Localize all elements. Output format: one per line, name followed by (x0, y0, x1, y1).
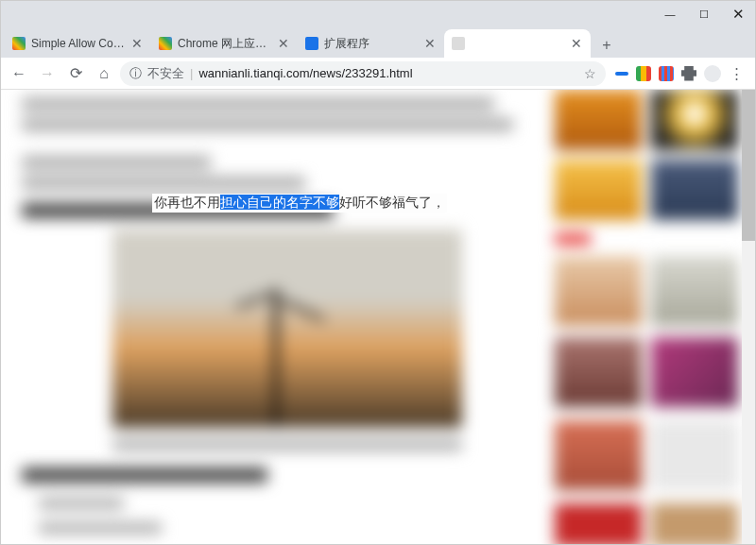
forward-button[interactable]: → (35, 61, 60, 86)
sidebar-section-label (555, 233, 591, 245)
tab-close-icon[interactable]: ✕ (130, 37, 144, 50)
sidebar-thumbnail[interactable] (555, 420, 642, 490)
sidebar-thumbnail[interactable] (555, 503, 642, 544)
page-content: 你再也不用担心自己的名字不够好听不够福气了， (1, 90, 755, 544)
security-label: 不安全 (147, 65, 184, 82)
maximize-button[interactable]: ☐ (687, 1, 721, 27)
tab-title: Simple Allow Copy - Chrome (31, 37, 125, 50)
sidebar-thumbnail[interactable] (555, 90, 642, 150)
sidebar-thumbnail[interactable] (651, 337, 738, 407)
blurred-text-line (39, 498, 124, 509)
sidebar-thumbnail[interactable] (651, 160, 738, 220)
extension-icon[interactable] (636, 66, 651, 81)
extension-icon[interactable] (615, 72, 628, 76)
sidebar-thumbnail[interactable] (555, 337, 642, 407)
window-controls: — ☐ ✕ (653, 1, 755, 27)
info-icon[interactable]: ⓘ (129, 65, 142, 82)
address-bar[interactable]: ⓘ 不安全 | wannianli.tianqi.com/news/233291… (120, 61, 606, 86)
tab-close-icon[interactable]: ✕ (277, 37, 290, 50)
reload-button[interactable]: ⟳ (63, 61, 88, 86)
sidebar-thumbnail[interactable] (651, 90, 738, 150)
article-image (112, 230, 462, 428)
chrome-menu-icon[interactable]: ⋮ (729, 66, 744, 81)
scrollbar-thumb[interactable] (742, 90, 755, 241)
extensions-menu-icon[interactable] (681, 66, 696, 81)
minimize-button[interactable]: — (653, 1, 687, 27)
text-before-selection: 你再也不用 (154, 195, 220, 210)
close-button[interactable]: ✕ (721, 1, 755, 27)
tree-silhouette (273, 289, 279, 428)
url-text: wannianli.tianqi.com/news/233291.html (198, 66, 578, 80)
favicon-icon (305, 37, 318, 50)
tab-title: Chrome 网上应用店 - 扩展程序 (178, 36, 271, 52)
blurred-text-line (39, 522, 162, 534)
sidebar-thumbnail[interactable] (555, 256, 642, 326)
toolbar: ← → ⟳ ⌂ ⓘ 不安全 | wannianli.tianqi.com/new… (1, 58, 755, 90)
bookmark-star-icon[interactable]: ☆ (584, 66, 596, 81)
divider: | (190, 66, 193, 80)
favicon-icon (159, 37, 172, 50)
tab-chrome-webstore[interactable]: Chrome 网上应用店 - 扩展程序 ✕ (151, 29, 298, 58)
article-text-line[interactable]: 你再也不用担心自己的名字不够好听不够福气了， (152, 194, 447, 213)
text-after-selection: 好听不够福气了， (339, 195, 445, 210)
tab-simple-allow-copy[interactable]: Simple Allow Copy - Chrome ✕ (5, 29, 151, 58)
blurred-heading (22, 468, 267, 483)
blurred-background (1, 90, 755, 544)
tab-close-icon[interactable]: ✕ (423, 37, 437, 50)
tab-strip: Simple Allow Copy - Chrome ✕ Chrome 网上应用… (1, 27, 755, 58)
back-button[interactable]: ← (7, 61, 31, 86)
blurred-text-line (22, 177, 305, 190)
sidebar-thumbnail[interactable] (555, 160, 642, 220)
blurred-caption (112, 439, 462, 451)
new-tab-button[interactable]: + (594, 33, 619, 58)
blurred-text-line (22, 156, 211, 169)
scrollbar-track[interactable] (742, 90, 755, 544)
blurred-text-line (22, 118, 513, 131)
favicon-icon (452, 37, 465, 50)
home-button[interactable]: ⌂ (92, 61, 116, 86)
sidebar-thumbnail[interactable] (651, 420, 738, 490)
tab-extensions[interactable]: 扩展程序 ✕ (298, 29, 444, 58)
chrome-window: — ☐ ✕ Simple Allow Copy - Chrome ✕ Chrom… (0, 0, 756, 545)
selected-text: 担心自己的名字不够 (220, 195, 339, 210)
tab-title: 扩展程序 (324, 36, 418, 52)
blurred-text-line (22, 97, 494, 111)
sidebar-thumbnail[interactable] (651, 503, 738, 544)
tab-active-article[interactable]: ✕ (444, 29, 591, 58)
favicon-icon (12, 37, 26, 50)
plus-icon: + (602, 37, 610, 54)
tab-close-icon[interactable]: ✕ (570, 37, 583, 50)
extension-icon[interactable] (659, 66, 674, 81)
profile-avatar-icon[interactable] (704, 65, 721, 82)
extension-icons: ⋮ (610, 65, 749, 82)
window-titlebar: — ☐ ✕ (1, 1, 755, 27)
sidebar-thumbnail[interactable] (651, 256, 738, 326)
